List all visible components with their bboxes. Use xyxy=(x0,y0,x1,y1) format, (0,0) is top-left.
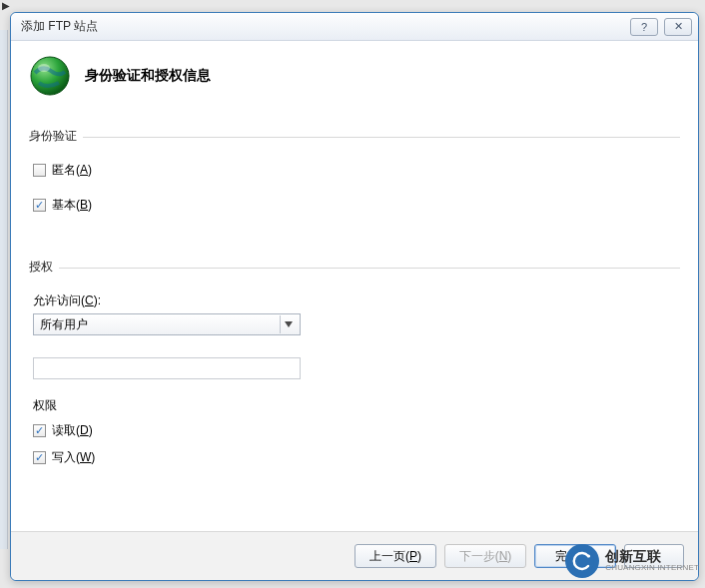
help-icon: ? xyxy=(641,21,647,33)
svg-point-0 xyxy=(31,57,69,95)
dialog-header: 身份验证和授权信息 xyxy=(11,41,698,107)
close-icon: ✕ xyxy=(674,20,683,33)
group-authorization: 授权 允许访问(C): 所有用户 权限 读取(D) 写入(W) xyxy=(29,268,680,484)
dialog-add-ftp-site: 添加 FTP 站点 ? ✕ xyxy=(10,12,699,581)
chevron-down-icon xyxy=(280,315,296,333)
label-write[interactable]: 写入(W) xyxy=(52,449,95,466)
titlebar-buttons: ? ✕ xyxy=(630,18,692,36)
group-authorization-label: 授权 xyxy=(29,259,59,276)
watermark-logo-icon xyxy=(565,544,599,578)
checkbox-read[interactable] xyxy=(33,424,46,437)
titlebar: 添加 FTP 站点 ? ✕ xyxy=(11,13,698,41)
select-allow-access-value: 所有用户 xyxy=(40,316,280,333)
tab-handle: ▶ xyxy=(2,0,8,10)
checkbox-basic[interactable] xyxy=(33,199,46,212)
left-strip xyxy=(0,30,8,549)
close-button[interactable]: ✕ xyxy=(664,18,692,36)
help-button[interactable]: ? xyxy=(630,18,658,36)
group-authentication-label: 身份验证 xyxy=(29,128,83,145)
label-basic[interactable]: 基本(B) xyxy=(52,197,92,214)
label-read[interactable]: 读取(D) xyxy=(52,422,93,439)
dialog-content: 身份验证 匿名(A) 基本(B) 授权 允许访问(C): 所有用户 权限 xyxy=(11,107,698,531)
row-read: 读取(D) xyxy=(33,422,676,439)
checkbox-anonymous[interactable] xyxy=(33,164,46,177)
watermark-text: 创新互联 CHUANGXIN INTERNET xyxy=(605,549,699,573)
svg-point-3 xyxy=(587,554,590,557)
label-allow-access: 允许访问(C): xyxy=(33,293,676,309)
page-title: 身份验证和授权信息 xyxy=(85,67,211,85)
watermark-cn: 创新互联 xyxy=(605,549,699,564)
row-write: 写入(W) xyxy=(33,449,676,466)
dialog-title: 添加 FTP 站点 xyxy=(21,18,630,35)
next-button: 下一步(N) xyxy=(444,544,526,568)
label-anonymous[interactable]: 匿名(A) xyxy=(52,162,92,179)
group-authentication: 身份验证 匿名(A) 基本(B) xyxy=(29,137,680,232)
label-permissions: 权限 xyxy=(33,397,676,414)
select-allow-access[interactable]: 所有用户 xyxy=(33,313,301,335)
checkbox-write[interactable] xyxy=(33,451,46,464)
globe-icon xyxy=(29,55,71,97)
svg-point-1 xyxy=(38,64,50,72)
watermark-en: CHUANGXIN INTERNET xyxy=(605,564,699,573)
prev-button[interactable]: 上一页(P) xyxy=(354,544,436,568)
watermark: 创新互联 CHUANGXIN INTERNET xyxy=(559,540,705,582)
row-basic: 基本(B) xyxy=(33,197,676,214)
textbox-specific[interactable] xyxy=(33,357,301,379)
row-anonymous: 匿名(A) xyxy=(33,162,676,179)
